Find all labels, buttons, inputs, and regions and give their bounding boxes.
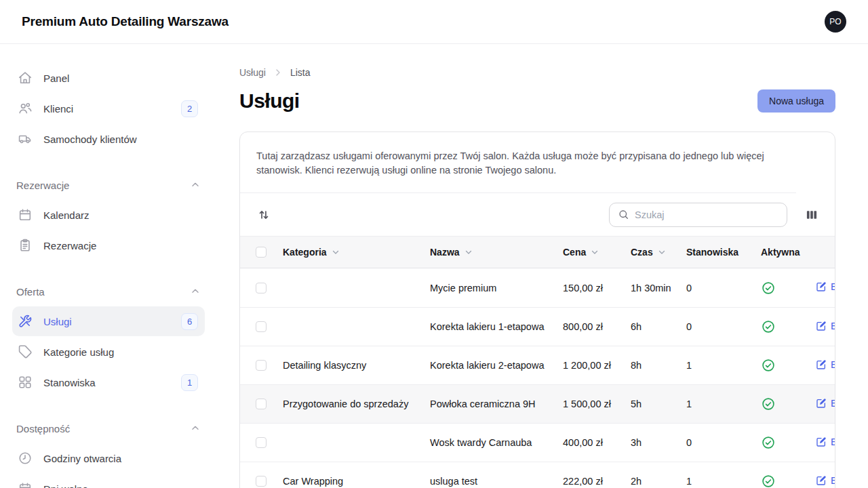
search-icon	[618, 209, 629, 220]
active-check-icon	[761, 281, 776, 296]
sidebar-item-godziny-otwarcia[interactable]: Godziny otwarcia	[12, 443, 205, 473]
chevron-down-icon[interactable]	[464, 247, 473, 257]
car-icon	[18, 131, 33, 146]
row-checkbox[interactable]	[256, 360, 267, 371]
column-header-nazwa[interactable]: Nazwa	[430, 247, 460, 258]
edit-link[interactable]: Edytuj	[816, 359, 835, 370]
breadcrumb-current: Lista	[290, 67, 311, 78]
sidebar-item-kalendarz[interactable]: Kalendarz	[12, 200, 205, 230]
edit-link[interactable]: Edytuj	[816, 436, 835, 447]
active-check-icon	[761, 319, 776, 334]
services-table: Kategoria Nazwa Cena Czas	[240, 237, 835, 488]
sidebar-item-label: Panel	[43, 73, 198, 84]
home-icon	[18, 70, 33, 85]
cell-stanowiska: 0	[686, 321, 761, 332]
breadcrumb: Usługi Lista	[239, 66, 835, 79]
active-check-icon	[761, 474, 776, 488]
select-all-checkbox[interactable]	[256, 247, 267, 258]
sidebar-item-kategorie-uslug[interactable]: Kategorie usług	[12, 337, 205, 367]
sidebar-item-rezerwacje[interactable]: Rezerwacje	[12, 230, 205, 260]
edit-link[interactable]: Edytuj	[816, 475, 835, 486]
count-badge: 6	[181, 313, 198, 330]
sidebar-section-dostepnosc[interactable]: Dostępność	[16, 422, 201, 435]
page-title: Usługi	[239, 89, 300, 113]
row-checkbox[interactable]	[256, 283, 267, 293]
clipboard-icon	[18, 238, 33, 253]
search-box	[609, 203, 787, 227]
chevron-up-icon	[190, 423, 201, 434]
sidebar: Panel Klienci 2 Samochody klientów Rezer…	[0, 44, 217, 488]
sidebar-section-oferta[interactable]: Oferta	[16, 285, 201, 298]
sidebar-section-rezerwacje[interactable]: Rezerwacje	[16, 178, 201, 192]
table-row: Wosk twardy Carnauba 400,00 zł 3h 0 Edyt…	[240, 423, 835, 462]
chevron-up-icon	[190, 180, 201, 190]
row-checkbox[interactable]	[256, 476, 267, 487]
sidebar-item-panel[interactable]: Panel	[12, 63, 205, 93]
table-header-row: Kategoria Nazwa Cena Czas	[240, 237, 835, 268]
active-check-icon	[761, 396, 776, 411]
chevron-down-icon[interactable]	[590, 247, 599, 257]
calendar-icon	[18, 207, 33, 222]
cell-cena: 1 500,00 zł	[563, 399, 631, 409]
cell-kategoria: Car Wrapping	[283, 476, 430, 487]
section-label: Rezerwacje	[16, 180, 69, 191]
column-header-cena[interactable]: Cena	[563, 247, 586, 258]
table-toolbar	[240, 193, 835, 237]
cell-cena: 800,00 zł	[563, 321, 631, 332]
sidebar-item-label: Godziny otwarcia	[43, 453, 198, 464]
cell-kategoria: Detailing klasyczny	[283, 360, 430, 371]
cell-nazwa: usluga test	[430, 476, 563, 487]
edit-link[interactable]: Edytuj	[816, 281, 835, 292]
section-label: Oferta	[16, 286, 45, 298]
section-label: Dostępność	[16, 423, 70, 434]
cell-nazwa: Korekta lakieru 1-etapowa	[430, 321, 563, 332]
columns-view-icon[interactable]	[805, 208, 818, 222]
cell-czas: 8h	[631, 360, 686, 371]
row-checkbox[interactable]	[256, 399, 267, 409]
count-badge: 2	[181, 100, 198, 117]
sidebar-item-label: Klienci	[43, 103, 181, 115]
sidebar-item-samochody-klientow[interactable]: Samochody klientów	[12, 124, 205, 154]
sidebar-item-klienci[interactable]: Klienci 2	[12, 94, 205, 123]
sidebar-item-stanowiska[interactable]: Stanowiska 1	[12, 367, 205, 397]
sidebar-item-label: Dni wolne	[43, 483, 198, 488]
chevron-down-icon[interactable]	[657, 247, 667, 257]
row-checkbox[interactable]	[256, 437, 267, 448]
sidebar-item-label: Rezerwacje	[43, 240, 198, 251]
column-header-czas[interactable]: Czas	[631, 247, 653, 258]
cell-czas: 5h	[631, 399, 686, 409]
cell-czas: 6h	[631, 321, 686, 332]
breadcrumb-parent[interactable]: Usługi	[239, 67, 266, 78]
sidebar-item-label: Samochody klientów	[43, 134, 198, 145]
users-icon	[18, 101, 33, 116]
new-service-button[interactable]: Nowa usługa	[757, 89, 835, 113]
cell-nazwa: Korekta lakieru 2-etapowa	[430, 360, 563, 371]
edit-link[interactable]: Edytuj	[816, 398, 835, 409]
cell-stanowiska: 0	[686, 437, 761, 448]
row-checkbox[interactable]	[256, 321, 267, 332]
cell-stanowiska: 0	[686, 283, 761, 293]
cell-czas: 1h 30min	[631, 283, 686, 293]
cell-cena: 1 200,00 zł	[563, 360, 631, 371]
table-row: Przygotowanie do sprzedaży Powłoka ceram…	[240, 384, 835, 423]
cell-nazwa: Mycie premium	[430, 283, 563, 293]
cell-czas: 3h	[631, 437, 686, 448]
table-row: Car Wrapping usluga test 222,00 zł 2h 1 …	[240, 462, 835, 488]
avatar[interactable]: PO	[825, 11, 846, 33]
sort-icon[interactable]	[256, 207, 271, 222]
column-header-kategoria[interactable]: Kategoria	[283, 247, 327, 258]
sidebar-item-label: Kategorie usług	[43, 346, 198, 358]
edit-icon	[816, 281, 827, 292]
tools-icon	[18, 314, 33, 329]
sidebar-item-dni-wolne[interactable]: Dni wolne	[12, 474, 205, 488]
count-badge: 1	[181, 374, 198, 391]
search-input[interactable]	[635, 209, 778, 220]
column-header-aktywna: Aktywna	[761, 247, 800, 258]
edit-icon	[816, 398, 827, 409]
table-row: Korekta lakieru 1-etapowa 800,00 zł 6h 0…	[240, 307, 835, 346]
edit-link[interactable]: Edytuj	[816, 321, 835, 331]
sidebar-item-label: Stanowiska	[43, 377, 181, 388]
sidebar-item-uslugi[interactable]: Usługi 6	[12, 306, 205, 336]
clock-icon	[18, 451, 33, 466]
chevron-down-icon[interactable]	[331, 247, 340, 257]
